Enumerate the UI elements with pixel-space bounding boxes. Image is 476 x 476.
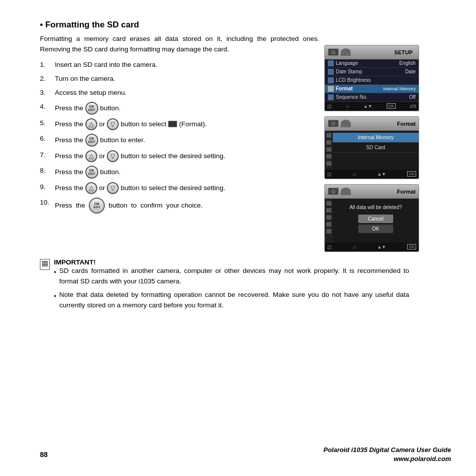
step-6: 6. Press the OKEDIT button to enter.	[40, 134, 319, 147]
important-bullet-2: • Note that data deleted by formatting o…	[54, 290, 409, 311]
screen1-row-datestamp: Date Stamp Date	[325, 68, 419, 76]
ok-edit-btn-4[interactable]: OKEDIT	[85, 102, 98, 115]
screen-header-1: SETUP	[325, 45, 419, 59]
step-7: 7. Press the △ or ▽ button to select the…	[40, 150, 319, 162]
screen3-title: Format	[397, 189, 416, 195]
step-10: 10. Press the OKEDIT button to confirm y…	[40, 198, 319, 214]
screen3-footer: ◫ ⌂ ▲▼ OK	[325, 242, 419, 251]
screen-format-confirm: Format All data will be deleted? Cancel …	[324, 184, 419, 252]
step-8-text: Press the OKEDIT button.	[55, 166, 319, 179]
step-5-text: Press the △ or ▽ button to select (Forma…	[55, 118, 319, 130]
screen1-page: 2/3	[410, 104, 416, 109]
step-9-text: Press the △ or ▽ button to select the de…	[55, 182, 319, 194]
nav-up-btn-9[interactable]: △	[85, 182, 97, 194]
nav-down-btn-5[interactable]: ▽	[107, 118, 119, 130]
important-text-1: SD cards formatted in another camera, co…	[59, 266, 409, 287]
step-8: 8. Press the OKEDIT button.	[40, 166, 319, 179]
screen3-cancel-btn[interactable]: Cancel	[358, 215, 393, 223]
important-text-2: Note that data deleted by formatting ope…	[59, 290, 409, 311]
nav-up-btn-5[interactable]: △	[85, 118, 97, 130]
screen-format-menu: Format Internal Memory SD Card	[324, 116, 419, 179]
screen2-item-sd[interactable]: SD Card	[333, 143, 419, 153]
screen1-row-format: Format Internal Memory	[325, 85, 419, 93]
step-3-text: Access the setup menu.	[55, 88, 319, 98]
screen1-row-language: Language English	[325, 59, 419, 68]
nav-down-btn-7[interactable]: ▽	[107, 150, 119, 162]
screen2-item-internal[interactable]: Internal Memory	[333, 133, 419, 143]
screen1-row-lcd: LCD Brightness	[325, 76, 419, 85]
screen3-body: All data will be deleted? Cancel OK	[325, 199, 419, 242]
screen3-ok-btn[interactable]: OK	[358, 225, 393, 233]
ok-edit-btn-6[interactable]: OKEDIT	[85, 134, 98, 147]
screen1-title: SETUP	[391, 48, 416, 57]
ok-edit-btn-8[interactable]: OKEDIT	[85, 166, 98, 179]
ok-edit-btn-10[interactable]: OKEDIT	[89, 198, 105, 214]
step-1: 1. Insert an SD card into the camera.	[40, 60, 319, 70]
nav-up-btn-7[interactable]: △	[85, 150, 97, 162]
step-6-text: Press the OKEDIT button to enter.	[55, 134, 319, 147]
step-9: 9. Press the △ or ▽ button to select the…	[40, 182, 319, 194]
step-3: 3. Access the setup menu.	[40, 88, 319, 98]
screen3-message: All data will be deleted?	[336, 202, 416, 213]
step-10-text: Press the OKEDIT button to confirm your …	[55, 198, 319, 214]
screen2-footer: ◫ ⌂ ▲▼ OK	[325, 170, 419, 179]
nav-down-btn-9[interactable]: ▽	[107, 182, 119, 194]
step-1-text: Insert an SD card into the camera.	[55, 60, 319, 70]
important-bullet-1: • SD cards formatted in another camera, …	[54, 266, 409, 287]
page: Formatting the SD card Formatting a memo…	[0, 0, 476, 476]
screen2-title: Format	[397, 121, 416, 127]
important-label: IMPORTANT!	[54, 258, 96, 266]
step-4-text: Press the OKEDIT button.	[55, 102, 319, 115]
step-5: 5. Press the △ or ▽ button to select (Fo…	[40, 118, 319, 130]
page-footer: 88 Polaroid i1035 Digital Camera User Gu…	[40, 446, 451, 464]
screen-setup: SETUP Language English Date Stamp Date L…	[324, 45, 419, 111]
intro-text: Formatting a memory card erases all data…	[40, 34, 319, 55]
step-7-text: Press the △ or ▽ button to select the de…	[55, 150, 319, 162]
footer-brand-line1: Polaroid i1035 Digital Camera User Guide	[323, 446, 451, 455]
step-4: 4. Press the OKEDIT button.	[40, 102, 319, 115]
step-2-text: Turn on the camera.	[55, 74, 319, 84]
steps-list: 1. Insert an SD card into the camera. 2.…	[40, 60, 319, 221]
screen1-footer: ◫ ⌂ ▲▼ OK 2/3	[325, 102, 419, 111]
section-title: Formatting the SD card	[40, 20, 451, 30]
important-section: IMPORTANT! • SD cards formatted in anoth…	[40, 258, 409, 314]
notepad-icon	[40, 259, 50, 270]
footer-brand: Polaroid i1035 Digital Camera User Guide…	[323, 446, 451, 464]
screen-header-2: Format	[325, 117, 419, 131]
footer-brand-line2: www.polaroid.com	[323, 455, 451, 464]
step-2: 2. Turn on the camera.	[40, 74, 319, 84]
screen-header-3: Format	[325, 185, 419, 199]
page-number: 88	[40, 451, 48, 459]
screen1-row-sequence: Sequence No. Off	[325, 93, 419, 102]
screens-column: SETUP Language English Date Stamp Date L…	[324, 45, 424, 252]
screen2-body: Internal Memory SD Card	[325, 131, 419, 170]
